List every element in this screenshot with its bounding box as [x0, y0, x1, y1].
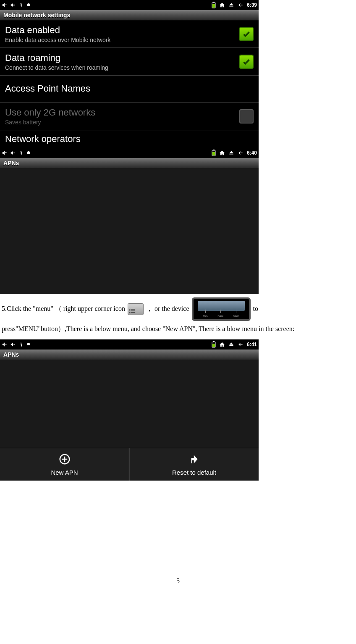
svg-rect-7 — [27, 4, 27, 5]
instruction-text-4: press"MENU"button）,There is a below menu… — [2, 325, 294, 332]
status-bar: 6:40 — [0, 148, 259, 158]
svg-rect-38 — [62, 459, 67, 460]
svg-rect-34 — [213, 341, 215, 342]
svg-rect-25 — [129, 312, 130, 313]
add-icon — [58, 453, 71, 467]
home-icon — [219, 2, 225, 8]
setting-title: Data enabled — [5, 25, 234, 36]
page-number: 5 — [0, 577, 356, 593]
device-button-label: Home — [218, 310, 223, 318]
svg-point-14 — [28, 152, 28, 152]
menu-icon — [128, 303, 144, 315]
clock-label: 6:41 — [247, 342, 257, 347]
status-bar: 6:39 — [0, 0, 259, 10]
svg-rect-22 — [131, 309, 135, 310]
setting-title: Data roaming — [5, 53, 234, 63]
volume-up-icon — [10, 2, 16, 8]
device-button-label: Menu — [203, 310, 208, 318]
svg-rect-28 — [13, 344, 15, 345]
setting-row-data-enabled[interactable]: Data enabled Enable data access over Mob… — [0, 20, 259, 48]
svg-rect-27 — [5, 344, 7, 344]
setting-title: Use only 2G networks — [5, 107, 234, 118]
volume-mute-icon — [2, 342, 8, 347]
menu-item-new-apn[interactable]: New APN — [0, 448, 129, 481]
svg-rect-19 — [213, 150, 215, 150]
volume-up-icon — [10, 342, 16, 347]
svg-rect-26 — [131, 312, 135, 313]
device-photo-icon: Menu Home Return — [192, 297, 251, 321]
setting-row-network-operators[interactable]: Network operators — [0, 130, 259, 148]
setting-subtitle: Enable data access over Mobile network — [5, 37, 234, 43]
svg-point-5 — [28, 4, 28, 4]
menu-label: Reset to default — [172, 469, 216, 476]
svg-rect-17 — [30, 152, 30, 153]
reset-icon — [188, 453, 201, 467]
eject-icon — [228, 150, 234, 156]
svg-rect-11 — [212, 4, 215, 8]
back-arrow-icon — [238, 2, 243, 8]
instruction-text-1: 5.Click the "menu" （ right upper corner … — [2, 305, 125, 312]
screenshot-apns-empty: 6:40 APNs — [0, 148, 259, 294]
svg-rect-8 — [30, 4, 30, 5]
screenshot-mobile-network-settings: 6:39 Mobile network settings Data enable… — [0, 0, 259, 148]
svg-rect-0 — [5, 5, 7, 5]
svg-point-30 — [29, 343, 29, 344]
volume-mute-icon — [2, 2, 8, 8]
menu-item-reset-default[interactable]: Reset to default — [129, 448, 259, 481]
setting-row-data-roaming[interactable]: Data roaming Connect to data services wh… — [0, 48, 259, 76]
apn-list-empty — [0, 168, 259, 294]
checkbox-2g-only — [239, 109, 254, 124]
checkbox-data-roaming[interactable] — [239, 55, 254, 69]
screen-title: Mobile network settings — [0, 10, 259, 20]
back-arrow-icon — [238, 150, 243, 156]
battery-icon — [212, 150, 216, 156]
device-button-label: Return — [233, 310, 239, 318]
svg-rect-24 — [131, 310, 135, 311]
menu-label: New APN — [51, 469, 78, 476]
clock-label: 6:40 — [247, 150, 257, 156]
svg-rect-3 — [14, 6, 14, 6]
volume-mute-icon — [2, 150, 8, 156]
setting-title: Access Point Names — [5, 83, 254, 94]
screen-title: APNs — [0, 158, 259, 168]
svg-rect-21 — [129, 309, 130, 310]
svg-rect-4 — [13, 5, 15, 5]
setting-subtitle: Connect to data services when roaming — [5, 64, 234, 71]
instruction-paragraph: 5.Click the "menu" （ right upper corner … — [0, 294, 356, 339]
setting-title: Network operators — [5, 134, 254, 145]
svg-rect-2 — [14, 4, 14, 4]
svg-point-15 — [29, 152, 29, 152]
battery-icon — [212, 2, 216, 8]
home-icon — [219, 342, 225, 347]
settings-list: Data enabled Enable data access over Mob… — [0, 20, 259, 148]
svg-point-6 — [29, 4, 29, 4]
screen-title: APNs — [0, 350, 259, 360]
svg-rect-16 — [27, 152, 27, 153]
clock-label: 6:39 — [247, 2, 257, 8]
android-icon — [26, 2, 31, 8]
screenshot-apns-menu: 6:41 APNs New APN Reset to default — [0, 339, 259, 481]
setting-row-apn[interactable]: Access Point Names — [0, 76, 259, 103]
setting-subtitle: Saves battery — [5, 119, 234, 126]
eject-icon — [228, 2, 234, 8]
apn-list-empty — [0, 360, 259, 448]
battery-icon — [212, 341, 216, 348]
svg-rect-31 — [27, 344, 27, 345]
usb-icon — [18, 342, 24, 347]
svg-rect-10 — [213, 2, 215, 3]
eject-icon — [228, 342, 234, 347]
svg-rect-32 — [30, 344, 30, 345]
instruction-text-3: to — [253, 305, 258, 312]
svg-rect-23 — [129, 310, 130, 311]
volume-up-icon — [10, 150, 16, 156]
usb-icon — [18, 2, 24, 8]
checkbox-data-enabled[interactable] — [239, 27, 254, 41]
svg-rect-13 — [13, 152, 15, 153]
status-bar: 6:41 — [0, 339, 259, 350]
android-icon — [26, 342, 31, 347]
svg-rect-20 — [212, 152, 215, 155]
back-arrow-icon — [238, 342, 243, 347]
setting-row-2g-only: Use only 2G networks Saves battery — [0, 103, 259, 130]
svg-point-29 — [28, 343, 28, 344]
android-icon — [26, 150, 31, 156]
